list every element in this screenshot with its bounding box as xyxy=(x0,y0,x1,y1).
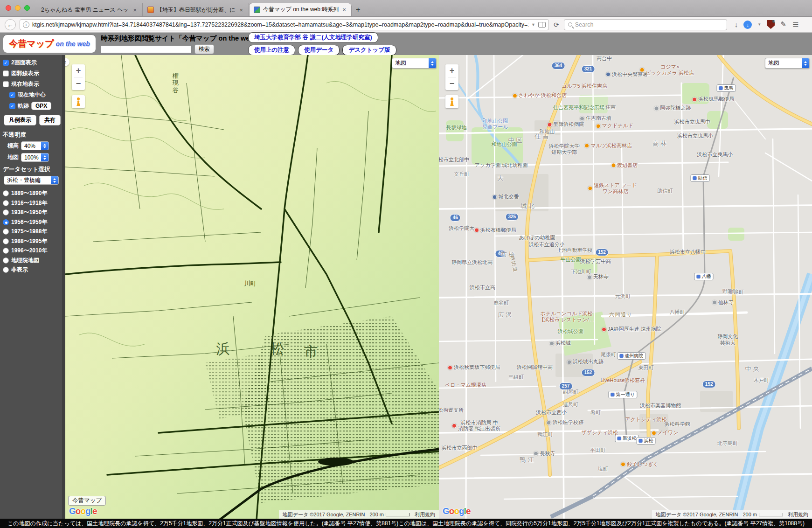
map-label-text: 325 xyxy=(508,214,516,220)
place-search-button[interactable]: 検索 xyxy=(194,44,214,54)
zoom-window-button[interactable] xyxy=(24,5,30,11)
lab-link[interactable]: 埼玉大学教育学部 谷 謙二(人文地理学研究室) xyxy=(248,32,378,43)
menu-icon[interactable]: ☰ xyxy=(792,23,798,26)
new-tab-button[interactable]: + xyxy=(352,3,365,16)
radio-button[interactable] xyxy=(3,248,9,254)
radio-button[interactable] xyxy=(3,219,9,225)
browser-tab[interactable]: 今昔マップ on the web:時系列× xyxy=(249,3,352,16)
dataset-select[interactable]: 浜松・豊橋編 xyxy=(4,176,59,185)
map-label: 浜松城公園 xyxy=(558,329,583,335)
url-bar[interactable]: i ktgis.net/kjmapw/kjmapw.html?lat=34.71… xyxy=(20,19,549,30)
map-label-text: 北寺島町 xyxy=(717,440,738,446)
adblock-shield-icon[interactable]: 18 xyxy=(767,20,775,29)
site-logo[interactable]: 今昔マップ on the web xyxy=(3,35,96,53)
logo-text-en: on the web xyxy=(56,40,90,48)
checkbox-label: 現在地中心 xyxy=(18,91,46,99)
download-icon[interactable]: ↓ xyxy=(735,21,738,28)
map-overlay-label[interactable]: 今昔マップ xyxy=(68,496,106,506)
map-label: 平田町 xyxy=(590,447,605,453)
gpx-button[interactable]: GPX xyxy=(31,102,51,110)
radio-button[interactable] xyxy=(3,238,9,244)
edit-icon[interactable] xyxy=(780,21,787,28)
map-label-text: 浜松市楽器博物館 xyxy=(640,403,681,409)
caret-down-icon[interactable]: ▼ xyxy=(757,22,761,27)
header-center: 時系列地形図閲覧サイト「今昔マップ on the web」 検索 xyxy=(101,34,241,54)
tab-close-icon[interactable]: × xyxy=(341,6,347,13)
radio-button[interactable] xyxy=(3,229,9,235)
right-map-pegman[interactable] xyxy=(445,95,458,108)
opacity-select[interactable]: 40% xyxy=(21,141,49,150)
map-label: 東田町 xyxy=(638,365,654,371)
map-label-text: 浜松曳馬郵便局 xyxy=(698,97,734,103)
map-label-text: 遠州病院 xyxy=(625,353,643,359)
google-logo[interactable]: Google xyxy=(443,506,470,516)
minimize-window-button[interactable] xyxy=(15,5,21,11)
opacity-select[interactable]: 100% xyxy=(21,153,49,162)
google-logo[interactable]: Google xyxy=(69,506,97,516)
back-button[interactable]: ← xyxy=(5,19,16,30)
year-radio-row: 1988〜1995年 xyxy=(3,237,62,245)
checkbox[interactable]: ✓ xyxy=(9,92,15,98)
map-label-text: 住吉 xyxy=(534,133,550,140)
train-icon xyxy=(639,439,643,443)
select-stepper-icon xyxy=(51,176,58,184)
map-label: 鴨江 xyxy=(520,456,535,464)
map-label-text: 船越町 xyxy=(729,289,744,295)
historical-map[interactable]: ‹ + − 地図 浜松市川町権 現 谷 今昔マップ Google 地図データ ©… xyxy=(65,55,439,519)
browser-tab[interactable]: 2ちゃんねる 電車男 ニュース ヘッドラ× xyxy=(36,3,143,16)
header-link[interactable]: 使用上の注意 xyxy=(248,45,295,56)
map-label: ゴルフ5 浜松住吉店 xyxy=(562,83,607,89)
left-map-type-select[interactable]: 地図 xyxy=(392,58,437,69)
site-info-icon[interactable]: i xyxy=(23,21,29,28)
map-label: 鹿谷町 xyxy=(493,300,509,306)
terms-link[interactable]: 利用規約 xyxy=(788,511,808,518)
map-label-text: 浜松学芸中高 xyxy=(580,259,611,265)
header-link[interactable]: デスクトップ版 xyxy=(342,45,396,56)
zoom-out-button[interactable]: − xyxy=(72,77,85,90)
scale-control: 200 m xyxy=(369,512,410,517)
sidebar-button[interactable]: 共有 xyxy=(39,115,61,125)
zoom-in-button[interactable]: + xyxy=(445,64,458,77)
radio-button[interactable] xyxy=(3,209,9,215)
police-icon xyxy=(493,195,497,199)
checkbox[interactable] xyxy=(3,81,9,87)
radio-button[interactable] xyxy=(3,190,9,196)
place-search-input[interactable] xyxy=(101,45,192,53)
url-text[interactable]: ktgis.net/kjmapw/kjmapw.html?lat=34.7184… xyxy=(32,21,528,28)
zoom-in-button[interactable]: + xyxy=(72,64,85,77)
sidebar-button[interactable]: 凡例表示 xyxy=(4,115,36,125)
radio-button[interactable] xyxy=(3,257,9,264)
map-label-text: 新浜松 xyxy=(623,436,637,441)
tab-close-icon[interactable]: × xyxy=(238,7,244,14)
map-label: 浜松市立高 xyxy=(470,285,495,291)
terms-link[interactable]: 利用規約 xyxy=(415,511,435,518)
update-icon[interactable]: ↓ xyxy=(743,21,752,29)
map-label: 浜松秋葉坂下郵便局 xyxy=(448,364,500,370)
map-label: 八幡町 xyxy=(670,309,685,315)
url-dropdown-icon[interactable]: ▼ xyxy=(531,22,535,27)
close-window-button[interactable] xyxy=(6,5,11,11)
search-bar[interactable]: Search xyxy=(564,19,727,30)
checkbox[interactable]: ✓ xyxy=(3,60,9,66)
right-map-type-select[interactable]: 地図 xyxy=(765,58,810,69)
radio-button[interactable] xyxy=(3,200,9,206)
year-radio-row: 1889〜1890年 xyxy=(3,189,62,197)
checkbox[interactable]: ✓ xyxy=(9,103,15,109)
checkbox[interactable] xyxy=(3,70,9,76)
display-options: ✓2画面表示図郭線表示現在地表示✓現在地中心✓軌跡GPX xyxy=(3,59,62,110)
map-label-text: 遠鉄ストア フード ワン高林店 xyxy=(594,182,637,195)
reader-mode-icon[interactable] xyxy=(538,22,546,28)
zoom-out-button[interactable]: − xyxy=(445,77,458,90)
radio-button[interactable] xyxy=(3,267,9,273)
modern-map[interactable]: + − 地図 3643213254646152152152257曳馬助信八幡遠州… xyxy=(439,55,812,519)
left-map-pegman[interactable] xyxy=(72,95,85,108)
header-link[interactable]: 使用データ xyxy=(298,45,340,56)
tab-close-icon[interactable]: × xyxy=(132,7,138,14)
reload-button[interactable]: ⟳ xyxy=(553,21,560,28)
attribution-text: 地図データ ©2017 Google, ZENRIN xyxy=(283,511,365,518)
map-label: 浜松市楽器博物館 xyxy=(640,403,681,409)
browser-tab[interactable]: 【埼玉】春日部駅が街分断、にぎ× xyxy=(143,3,249,16)
route-shield: 325 xyxy=(505,213,519,221)
radio-label: 1996〜2010年 xyxy=(11,247,47,255)
map-label-text: 上池自動車学校 xyxy=(557,248,593,254)
